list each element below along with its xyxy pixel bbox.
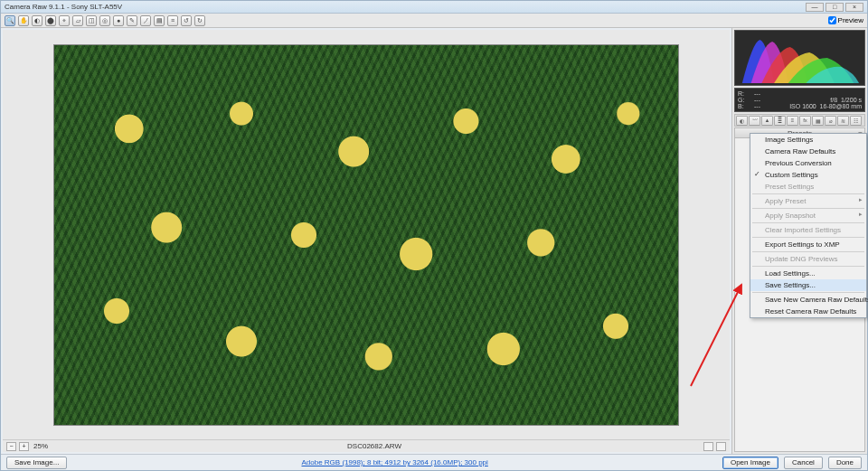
tab-lens[interactable]: ▦ <box>812 116 824 126</box>
menu-export-xmp[interactable]: Export Settings to XMP <box>750 239 866 250</box>
menu-clear-imported: Clear Imported Settings <box>750 224 866 236</box>
menu-apply-preset: Apply Preset <box>750 195 866 207</box>
filmstrip-toggle-button[interactable] <box>716 442 726 451</box>
adjustment-brush-tool-icon[interactable]: ✎ <box>127 15 137 26</box>
tab-curve[interactable]: 〰 <box>749 116 760 126</box>
preview-image <box>54 45 678 425</box>
spot-removal-tool-icon[interactable]: ◎ <box>99 15 110 26</box>
titlebar: Camera Raw 9.1.1 - Sony SLT-A55V — □ × <box>1 1 867 14</box>
zoom-in-button[interactable]: + <box>19 442 29 451</box>
exif-r-label: R: <box>738 90 754 97</box>
exif-b-val: --- <box>754 103 789 109</box>
tab-basic[interactable]: ◐ <box>736 116 748 126</box>
white-balance-tool-icon[interactable]: ◐ <box>32 15 42 26</box>
menu-camera-raw-defaults[interactable]: Camera Raw Defaults <box>750 146 866 157</box>
tab-split[interactable]: ≡ <box>787 116 798 126</box>
crop-tool-icon[interactable]: ▱ <box>72 15 83 26</box>
workflow-options-link[interactable]: Adobe RGB (1998); 8 bit; 4912 by 3264 (1… <box>72 458 717 466</box>
exif-iso: ISO 1600 <box>789 103 816 109</box>
camera-raw-window: Camera Raw 9.1.1 - Sony SLT-A55V — □ × 🔍… <box>0 0 868 471</box>
targeted-adjust-tool-icon[interactable]: ⌖ <box>59 15 70 26</box>
menu-custom-settings[interactable]: Custom Settings <box>750 169 866 181</box>
exif-readout: R: --- G: --- f/8 1/200 s B: --- ISO 160… <box>734 88 865 112</box>
rotate-left-icon[interactable]: ↺ <box>181 15 192 26</box>
menu-apply-snapshot: Apply Snapshot <box>750 210 866 221</box>
menu-update-dng: Update DNG Previews <box>750 253 866 265</box>
menu-save-settings[interactable]: Save Settings... <box>750 279 866 291</box>
menu-image-settings[interactable]: Image Settings <box>750 134 866 146</box>
exif-g-val: --- <box>754 97 789 103</box>
preview-label: Preview <box>838 16 863 24</box>
exif-shutter: 1/200 s <box>841 97 862 103</box>
tab-hsl[interactable]: ≣ <box>774 116 786 126</box>
straighten-tool-icon[interactable]: ◫ <box>86 15 97 26</box>
color-sampler-tool-icon[interactable]: ⬤ <box>45 15 56 26</box>
tab-fx[interactable]: fx <box>799 116 811 126</box>
maximize-button[interactable]: □ <box>826 3 844 12</box>
open-image-button[interactable]: Open Image <box>722 457 778 469</box>
menu-reset-defaults[interactable]: Reset Camera Raw Defaults <box>750 306 866 317</box>
preview-checkbox-input[interactable] <box>828 16 836 24</box>
tab-camera[interactable]: ⌀ <box>825 116 836 126</box>
rotate-right-icon[interactable]: ↻ <box>194 15 205 26</box>
image-canvas-area[interactable] <box>3 30 730 439</box>
menu-previous-conversion[interactable]: Previous Conversion <box>750 157 866 169</box>
filmstrip-thumb-button[interactable] <box>703 442 713 451</box>
cancel-button[interactable]: Cancel <box>784 457 823 469</box>
filmstrip-bar: − + 25% DSC02682.ARW <box>3 439 730 452</box>
tab-snapshots[interactable]: ☷ <box>850 116 862 126</box>
bottom-bar: Save Image... Adobe RGB (1998); 8 bit; 4… <box>1 454 867 470</box>
tab-detail[interactable]: ▲ <box>761 116 773 126</box>
preferences-tool-icon[interactable]: ≡ <box>167 15 178 26</box>
right-panel: R: --- G: --- f/8 1/200 s B: --- ISO 160… <box>731 28 867 454</box>
minimize-button[interactable]: — <box>806 3 824 12</box>
exif-g-label: G: <box>738 97 754 103</box>
exif-aperture: f/8 <box>830 97 837 103</box>
histogram[interactable] <box>734 30 865 86</box>
zoom-level[interactable]: 25% <box>33 442 48 450</box>
tab-presets[interactable]: ≋ <box>837 116 849 126</box>
menu-preset-settings: Preset Settings <box>750 181 866 193</box>
exif-b-label: B: <box>738 103 754 109</box>
window-title: Camera Raw 9.1.1 - Sony SLT-A55V <box>5 3 122 11</box>
close-button[interactable]: × <box>845 3 863 12</box>
menu-load-settings[interactable]: Load Settings... <box>750 268 866 279</box>
radial-filter-tool-icon[interactable]: ▤ <box>154 15 165 26</box>
graduated-filter-tool-icon[interactable]: ノ <box>140 15 151 26</box>
done-button[interactable]: Done <box>828 457 862 469</box>
adjustment-tabs: ◐ 〰 ▲ ≣ ≡ fx ▦ ⌀ ≋ ☷ <box>734 114 865 127</box>
preview-checkbox[interactable]: Preview <box>828 16 863 24</box>
save-image-button[interactable]: Save Image... <box>6 457 67 469</box>
hand-tool-icon[interactable]: ✋ <box>18 15 29 26</box>
filename-label: DSC02682.ARW <box>48 442 701 450</box>
redeye-tool-icon[interactable]: ● <box>113 15 124 26</box>
exif-r-val: --- <box>754 90 789 97</box>
presets-context-menu: Image Settings Camera Raw Defaults Previ… <box>750 133 867 318</box>
exif-lens: 16-80@80 mm <box>820 103 862 109</box>
zoom-out-button[interactable]: − <box>6 442 16 451</box>
top-toolbar: 🔍 ✋ ◐ ⬤ ⌖ ▱ ◫ ◎ ● ✎ ノ ▤ ≡ ↺ ↻ Preview <box>1 14 867 28</box>
menu-save-new-defaults[interactable]: Save New Camera Raw Defaults <box>750 294 866 306</box>
zoom-tool-icon[interactable]: 🔍 <box>5 15 15 26</box>
